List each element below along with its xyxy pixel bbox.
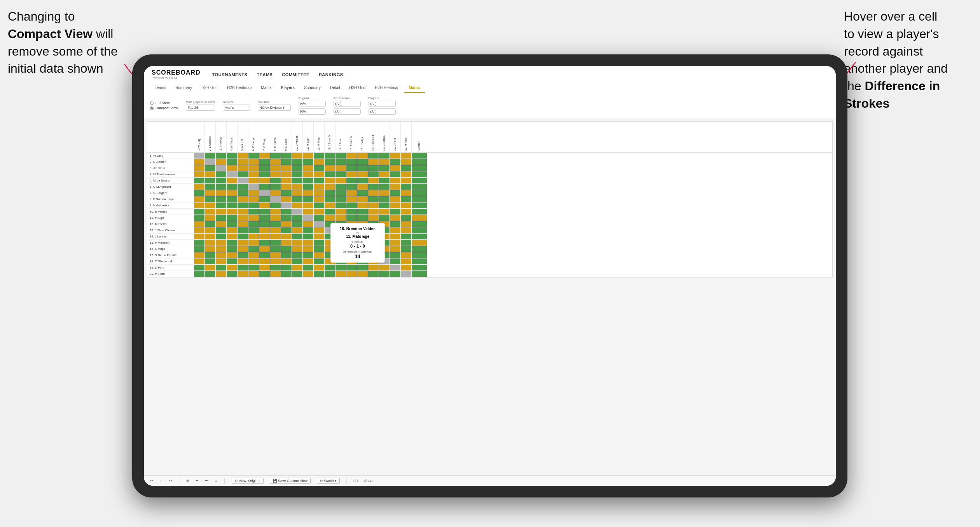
grid-cell[interactable] [357, 159, 368, 165]
grid-cell[interactable] [390, 171, 401, 178]
grid-cell[interactable] [238, 234, 248, 240]
grid-cell[interactable] [205, 178, 216, 184]
grid-cell[interactable] [401, 240, 412, 246]
grid-cell[interactable] [259, 196, 270, 202]
grid-cell[interactable] [194, 165, 205, 171]
grid-cell[interactable] [346, 265, 357, 271]
grid-cell[interactable] [325, 190, 335, 196]
grid-cell[interactable] [292, 215, 303, 221]
grid-cell[interactable] [270, 240, 281, 246]
grid-cell[interactable] [390, 252, 401, 258]
grid-cell[interactable] [194, 252, 205, 258]
grid-cell[interactable] [412, 209, 427, 215]
grid-cell[interactable] [379, 153, 390, 159]
grid-cell[interactable] [248, 271, 259, 277]
grid-cell[interactable] [335, 215, 346, 221]
grid-cell[interactable] [368, 265, 379, 271]
grid-cell[interactable] [281, 202, 292, 209]
grid-cell[interactable] [281, 153, 292, 159]
grid-cell[interactable] [248, 234, 259, 240]
region-select1[interactable]: N/A [299, 101, 326, 107]
grid-cell[interactable] [194, 159, 205, 165]
grid-cell[interactable] [227, 246, 238, 252]
grid-cell[interactable] [314, 258, 325, 265]
grid-cell[interactable] [303, 202, 314, 209]
grid-cell[interactable] [216, 227, 227, 234]
grid-cell[interactable] [259, 258, 270, 265]
grid-cell[interactable] [379, 178, 390, 184]
grid-cell[interactable] [216, 234, 227, 240]
grid-cell[interactable] [390, 178, 401, 184]
grid-cell[interactable] [412, 271, 427, 277]
grid-cell[interactable] [292, 240, 303, 246]
grid-cell[interactable] [335, 271, 346, 277]
grid-cell[interactable] [205, 171, 216, 178]
grid-cell[interactable] [194, 171, 205, 178]
conference-select2[interactable]: (All) [334, 108, 361, 115]
grid-cell[interactable] [335, 209, 346, 215]
grid-cell[interactable] [292, 227, 303, 234]
grid-cell[interactable] [270, 246, 281, 252]
grid-cell[interactable] [314, 190, 325, 196]
grid-cell[interactable] [292, 171, 303, 178]
grid-cell[interactable] [379, 265, 390, 271]
grid-cell[interactable] [216, 159, 227, 165]
grid-cell[interactable] [248, 227, 259, 234]
toolbar-share-icon[interactable]: □ ⁞ [354, 479, 358, 483]
grid-cell[interactable] [303, 178, 314, 184]
grid-cell[interactable] [205, 271, 216, 277]
grid-cell[interactable] [357, 165, 368, 171]
grid-cell[interactable] [357, 184, 368, 190]
grid-cell[interactable] [270, 153, 281, 159]
grid-cell[interactable] [194, 258, 205, 265]
grid-cell[interactable] [259, 221, 270, 227]
grid-cell[interactable] [227, 196, 238, 202]
grid-cell[interactable] [303, 215, 314, 221]
grid-cell[interactable] [412, 184, 427, 190]
grid-cell[interactable] [292, 165, 303, 171]
tab-h2h-heatmap1[interactable]: H2H Heatmap [222, 83, 256, 93]
grid-cell[interactable] [292, 209, 303, 215]
grid-cell[interactable] [248, 153, 259, 159]
grid-cell[interactable] [270, 234, 281, 240]
grid-cell[interactable] [270, 271, 281, 277]
grid-cell[interactable] [194, 209, 205, 215]
grid-cell[interactable] [281, 178, 292, 184]
grid-cell[interactable] [412, 234, 427, 240]
grid-cell[interactable] [412, 221, 427, 227]
grid-cell[interactable] [227, 165, 238, 171]
grid-cell[interactable] [227, 221, 238, 227]
grid-cell[interactable] [259, 227, 270, 234]
grid-cell[interactable] [259, 165, 270, 171]
grid-cell[interactable] [346, 165, 357, 171]
grid-cell[interactable] [259, 178, 270, 184]
grid-cell[interactable] [238, 159, 248, 165]
toolbar-undo[interactable]: ↩ [150, 479, 153, 483]
grid-cell[interactable] [314, 221, 325, 227]
grid-cell[interactable] [357, 196, 368, 202]
grid-cell[interactable] [412, 252, 427, 258]
grid-cell[interactable] [314, 184, 325, 190]
grid-cell[interactable] [281, 184, 292, 190]
grid-cell[interactable] [335, 190, 346, 196]
region-select2[interactable]: N/A [299, 108, 326, 115]
grid-cell[interactable] [401, 202, 412, 209]
grid-cell[interactable] [194, 190, 205, 196]
grid-cell[interactable] [216, 178, 227, 184]
grid-cell[interactable] [346, 184, 357, 190]
grid-cell[interactable] [227, 202, 238, 209]
grid-cell[interactable] [270, 184, 281, 190]
tab-detail[interactable]: Detail [325, 83, 345, 93]
grid-cell[interactable] [270, 221, 281, 227]
grid-cell[interactable] [357, 265, 368, 271]
grid-cell[interactable] [205, 153, 216, 159]
grid-cell[interactable] [238, 221, 248, 227]
grid-cell[interactable] [292, 202, 303, 209]
grid-cell[interactable] [368, 153, 379, 159]
grid-cell[interactable] [216, 153, 227, 159]
grid-cell[interactable] [346, 171, 357, 178]
grid-cell[interactable] [281, 271, 292, 277]
grid-cell[interactable] [412, 215, 427, 221]
grid-cell[interactable] [357, 171, 368, 178]
grid-cell[interactable] [314, 215, 325, 221]
